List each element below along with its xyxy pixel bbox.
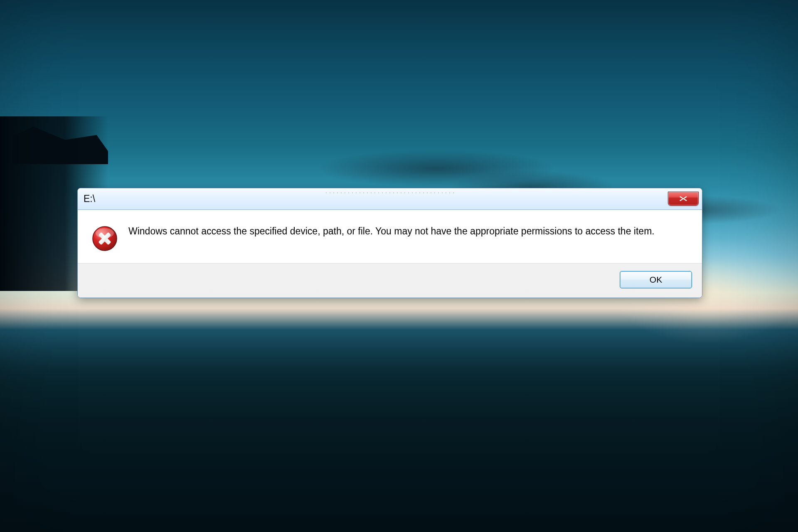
ok-button[interactable]: OK bbox=[620, 271, 692, 288]
error-dialog: E:\ bbox=[77, 188, 702, 298]
titlebar-grip bbox=[326, 192, 454, 193]
dialog-button-bar: OK bbox=[78, 263, 702, 298]
dialog-title: E:\ bbox=[84, 193, 95, 204]
error-icon bbox=[92, 224, 118, 253]
error-message: Windows cannot access the specified devi… bbox=[128, 224, 659, 239]
bg-shoreline bbox=[0, 332, 798, 532]
dialog-content: Windows cannot access the specified devi… bbox=[78, 210, 702, 263]
close-icon bbox=[679, 193, 687, 204]
titlebar[interactable]: E:\ bbox=[78, 188, 702, 210]
close-button[interactable] bbox=[668, 192, 699, 206]
